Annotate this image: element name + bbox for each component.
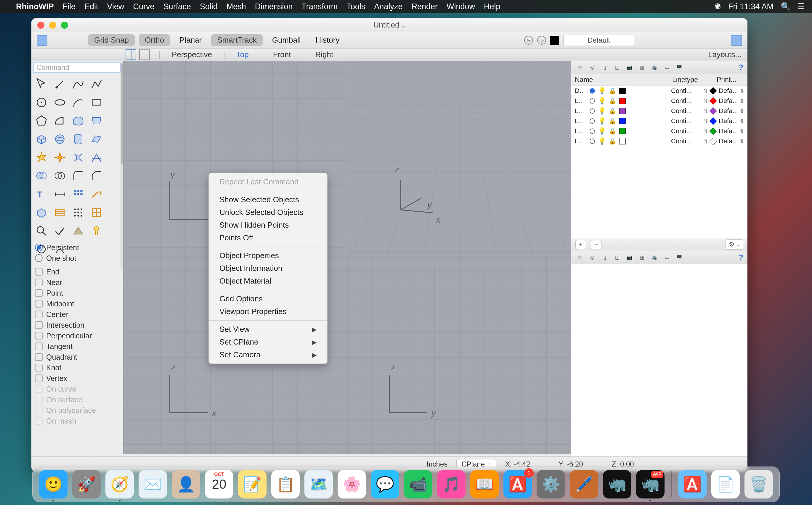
layer-row[interactable]: L...💡🔒Conti...⇅Defa...⇅ bbox=[571, 96, 748, 106]
layer-row[interactable]: L...💡🔒Conti...⇅Defa...⇅ bbox=[571, 106, 748, 116]
ctx-object-properties[interactable]: Object Properties bbox=[209, 249, 327, 262]
stepper-icon[interactable]: ⇅ bbox=[704, 88, 707, 94]
display-tab-icon[interactable]: 🖥️ bbox=[675, 63, 684, 72]
col-name[interactable]: Name bbox=[575, 76, 672, 84]
viewport-perspective[interactable]: z y x bbox=[348, 61, 571, 257]
menu-render[interactable]: Render bbox=[411, 2, 438, 11]
tab-front[interactable]: Front bbox=[273, 50, 291, 59]
print-tab-icon[interactable]: 🖨️ bbox=[650, 253, 659, 262]
help-icon[interactable]: ? bbox=[738, 63, 743, 72]
material-diamond-icon[interactable] bbox=[709, 127, 717, 135]
layers-tab-icon[interactable]: ◇ bbox=[575, 63, 584, 72]
spotlight-icon[interactable]: 🔍 bbox=[781, 2, 791, 11]
ctx-show-hidden-points[interactable]: Show Hidden Points bbox=[209, 219, 327, 231]
ctx-set-cplane[interactable]: Set CPlane▶ bbox=[209, 336, 327, 348]
current-layer-select[interactable]: Default bbox=[563, 35, 634, 46]
material-diamond-icon[interactable] bbox=[709, 137, 717, 145]
tool-boolean2[interactable] bbox=[51, 167, 69, 185]
stepper-icon[interactable]: ⇅ bbox=[740, 88, 744, 94]
ctx-points-off[interactable]: Points Off bbox=[209, 231, 327, 244]
stepper-icon[interactable]: ⇅ bbox=[704, 129, 707, 134]
dock-messages[interactable]: 💬 bbox=[371, 470, 399, 499]
visibility-bulb-icon[interactable]: 💡 bbox=[598, 137, 606, 145]
dock-app1[interactable]: 🖊️ bbox=[570, 470, 598, 499]
menu-dimension[interactable]: Dimension bbox=[255, 2, 293, 11]
osnap-tangent[interactable]: Tangent bbox=[33, 341, 122, 352]
stepper-icon[interactable]: ⇅ bbox=[740, 129, 744, 134]
visibility-bulb-icon[interactable]: 💡 bbox=[598, 127, 606, 135]
tool-curve[interactable] bbox=[69, 75, 87, 93]
remove-layer-button[interactable]: － bbox=[591, 240, 601, 249]
osnap-mode-oneshot[interactable]: One shot bbox=[33, 253, 122, 264]
dock-launchpad[interactable]: 🚀 bbox=[72, 470, 101, 499]
layouts-button[interactable]: Layouts... bbox=[708, 50, 741, 59]
ctx-unlock-selected[interactable]: Unlock Selected Objects bbox=[209, 206, 327, 219]
dock-finder[interactable]: 🙂 bbox=[39, 470, 67, 499]
tool-circle[interactable] bbox=[32, 94, 50, 111]
tool-plane[interactable] bbox=[88, 130, 105, 148]
layer-color-swatch[interactable] bbox=[619, 128, 626, 134]
planar-toggle[interactable]: Planar bbox=[174, 34, 207, 46]
osnap-onsurface[interactable]: On surface bbox=[33, 394, 122, 405]
camera-tab-icon[interactable]: 📷 bbox=[625, 253, 634, 262]
properties-tab-icon[interactable]: ◎ bbox=[588, 253, 597, 262]
dock-appstore[interactable]: 🅰️1 bbox=[504, 470, 532, 499]
layer-row[interactable]: D...💡🔒Conti...⇅Defa...⇅ bbox=[571, 86, 748, 96]
layer-color-swatch[interactable] bbox=[619, 88, 626, 94]
layer-linetype[interactable]: Conti... bbox=[671, 107, 701, 115]
tool-join[interactable] bbox=[51, 149, 69, 166]
osnap-oncurve[interactable]: On curve bbox=[33, 384, 122, 394]
dock-facetime[interactable]: 📹 bbox=[404, 470, 432, 499]
status-icon[interactable]: ✺ bbox=[714, 2, 721, 11]
record-icon[interactable]: ◎ bbox=[537, 36, 546, 45]
layer-row[interactable]: L...💡🔒Conti...⇅Defa...⇅ bbox=[571, 136, 748, 146]
title-chevron-icon[interactable]: ⌄ bbox=[401, 23, 406, 29]
dock-trash[interactable]: 🗑️ bbox=[745, 470, 773, 499]
tool-pointer[interactable] bbox=[32, 75, 50, 93]
tool-block[interactable] bbox=[32, 204, 50, 221]
layer-options-button[interactable]: ⚙ ⌄ bbox=[725, 239, 743, 249]
menu-surface[interactable]: Surface bbox=[163, 2, 191, 11]
menu-extras-icon[interactable]: ☰ bbox=[798, 2, 805, 11]
current-layer-dot[interactable] bbox=[589, 98, 595, 104]
stepper-icon[interactable]: ⇅ bbox=[740, 119, 744, 124]
layer-color-swatch[interactable] bbox=[619, 98, 626, 104]
stepper-icon[interactable]: ⇅ bbox=[704, 98, 707, 104]
osnap-intersection[interactable]: Intersection bbox=[33, 320, 122, 330]
tool-boolean[interactable] bbox=[32, 167, 50, 185]
lock-icon[interactable]: 🔒 bbox=[609, 118, 616, 125]
tool-chamfer[interactable] bbox=[88, 167, 105, 185]
four-view-icon[interactable] bbox=[126, 49, 136, 60]
single-view-icon[interactable] bbox=[139, 49, 150, 60]
print-tab-icon[interactable]: 🖨️ bbox=[650, 63, 659, 72]
snap-filter-icon[interactable]: ⊖ bbox=[524, 36, 533, 45]
dock-notes[interactable]: 📝 bbox=[238, 470, 267, 499]
osnap-mode-persistent[interactable]: Persistent bbox=[33, 242, 122, 253]
dock-reminders[interactable]: 📋 bbox=[271, 470, 300, 499]
tab-top[interactable]: Top bbox=[236, 50, 249, 59]
layer-printwidth[interactable]: Defa... bbox=[719, 127, 737, 135]
document-tab-icon[interactable]: ▯ bbox=[600, 253, 609, 262]
col-linetype[interactable]: Linetype bbox=[672, 76, 717, 84]
tool-dimension[interactable] bbox=[51, 185, 69, 203]
stepper-icon[interactable]: ⇅ bbox=[740, 139, 744, 144]
layer-linetype[interactable]: Conti... bbox=[671, 97, 701, 105]
display-tab-icon[interactable]: 🖥️ bbox=[675, 253, 684, 262]
ortho-toggle[interactable]: Ortho bbox=[139, 34, 170, 46]
tool-cylinder[interactable] bbox=[69, 130, 87, 148]
layer-row[interactable]: L...💡🔒Conti...⇅Defa...⇅ bbox=[571, 116, 748, 126]
dock-document[interactable]: 📄 bbox=[711, 470, 740, 499]
osnap-quadrant[interactable]: Quadrant bbox=[33, 352, 122, 362]
materials-tab-icon[interactable]: ▦ bbox=[638, 253, 647, 262]
ctx-set-view[interactable]: Set View▶ bbox=[209, 323, 327, 336]
lock-icon[interactable]: 🔒 bbox=[609, 98, 616, 105]
lock-icon[interactable]: 🔒 bbox=[609, 108, 616, 115]
layer-linetype[interactable]: Conti... bbox=[671, 117, 701, 125]
tool-surface-corner[interactable] bbox=[51, 112, 69, 130]
ctx-object-information[interactable]: Object Information bbox=[209, 262, 327, 275]
current-color-swatch[interactable] bbox=[550, 36, 559, 45]
osnap-knot[interactable]: Knot bbox=[33, 362, 122, 373]
tool-surface-patch[interactable] bbox=[69, 112, 87, 130]
stepper-icon[interactable]: ⇅ bbox=[704, 119, 707, 124]
tool-check[interactable] bbox=[51, 222, 69, 240]
